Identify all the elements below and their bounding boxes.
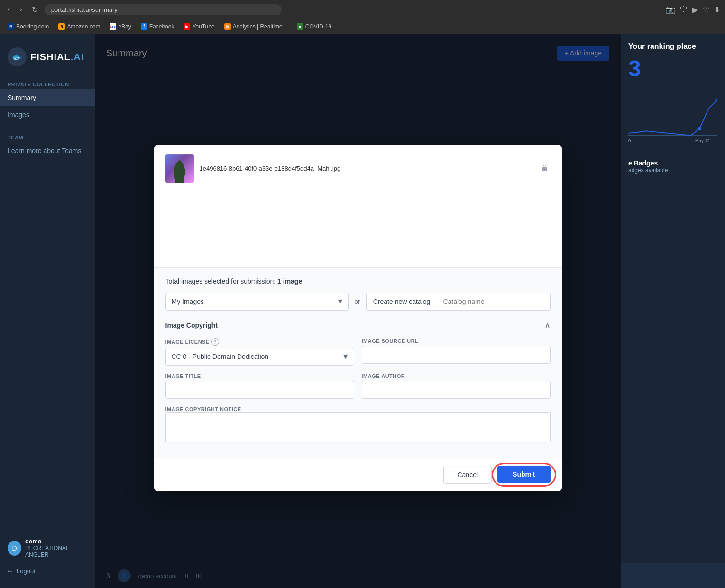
license-select[interactable]: CC 0 - Public Domain Dedication <box>165 348 354 366</box>
bookmark-amazon[interactable]: a Amazon.com <box>55 22 104 31</box>
bookmark-youtube[interactable]: ▶ YouTube <box>180 22 218 31</box>
title-author-row: IMAGE TITLE IMAGE AUTHOR <box>165 373 551 399</box>
image-license-label: IMAGE LICENSE ? <box>165 338 354 346</box>
image-source-url-label: IMAGE SOURCE URL <box>362 338 551 344</box>
catalog-name-input[interactable] <box>437 293 550 310</box>
reload-button[interactable]: ↻ <box>29 3 41 16</box>
submit-button[interactable]: Submit <box>497 466 550 483</box>
sidebar-section-private: PRIVATE COLLECTION <box>0 78 95 89</box>
image-license-help-icon[interactable]: ? <box>211 338 219 346</box>
collapse-copyright-button[interactable]: ∧ <box>544 320 551 331</box>
image-author-input[interactable] <box>362 381 551 399</box>
bookmark-covid[interactable]: ● COVID-19 <box>293 22 335 31</box>
youtube-icon: ▶ <box>184 23 190 30</box>
bookmark-booking[interactable]: B Booking.com <box>4 22 53 31</box>
booking-icon: B <box>8 23 14 30</box>
user-role: RECREATIONAL ANGLER <box>25 545 87 558</box>
ranking-section: Your ranking place 3 May 12 0 <box>628 42 717 148</box>
sidebar-item-images[interactable]: Images <box>0 106 95 123</box>
svg-text:eBay: eBay <box>110 25 116 29</box>
forward-button[interactable]: › <box>17 3 25 16</box>
catalog-dropdown[interactable]: My Images <box>165 293 349 311</box>
modal-form-section: Total images selected for submission: 1 … <box>154 268 562 458</box>
bookmark-analytics[interactable]: ▦ Analytics | Realtime... <box>220 22 291 31</box>
ranking-title: Your ranking place <box>628 42 717 52</box>
back-button[interactable]: ‹ <box>5 3 13 16</box>
sidebar-item-summary[interactable]: Summary <box>0 89 95 106</box>
bookmark-ebay-label: eBay <box>118 23 131 30</box>
ranking-chart: May 12 0 <box>628 89 717 146</box>
image-license-group: IMAGE LICENSE ? CC 0 - Public Domain Ded… <box>165 338 354 366</box>
image-title-input[interactable] <box>165 381 354 399</box>
logout-label: Logout <box>17 568 36 575</box>
sidebar-section-team: TEAM <box>0 131 95 142</box>
user-avatar: D <box>8 541 21 556</box>
catalog-create-wrapper: Create new catalog <box>366 293 551 311</box>
camera-icon: 📷 <box>666 5 675 14</box>
image-author-group: IMAGE AUTHOR <box>362 373 551 399</box>
facebook-icon: f <box>141 23 147 30</box>
browser-chrome: ‹ › ↻ portal.fishial.ai/summary 📷 🛡 ▶ ♡ … <box>0 0 725 19</box>
license-source-row: IMAGE LICENSE ? CC 0 - Public Domain Ded… <box>165 338 551 366</box>
create-catalog-button[interactable]: Create new catalog <box>367 293 438 310</box>
ebay-icon: eBay <box>110 23 116 30</box>
bookmark-covid-label: COVID-19 <box>305 23 331 30</box>
image-title-group: IMAGE TITLE <box>165 373 354 399</box>
logout-button[interactable]: ↩ Logout <box>0 564 95 580</box>
bookmark-booking-label: Booking.com <box>16 23 49 30</box>
delete-image-button[interactable]: 🗑 <box>539 162 551 175</box>
or-label: or <box>354 298 360 305</box>
sidebar-user: D demo RECREATIONAL ANGLER <box>0 532 95 564</box>
submission-info: Total images selected for submission: 1 … <box>165 277 551 285</box>
svg-text:0: 0 <box>628 138 631 143</box>
image-filename: 1e496816-8b61-40f0-a33e-e188d4f5dd4a_Mah… <box>200 165 533 172</box>
covid-icon: ● <box>297 23 303 30</box>
cancel-button[interactable]: Cancel <box>443 466 492 484</box>
url-bar[interactable]: portal.fishial.ai/summary <box>45 4 282 15</box>
bookmark-youtube-label: YouTube <box>192 23 214 30</box>
bookmark-ebay[interactable]: eBay eBay <box>106 22 135 31</box>
license-select-wrapper: CC 0 - Public Domain Dedication ▼ <box>165 348 354 366</box>
download-icon: ⬇ <box>714 5 720 14</box>
copyright-title: Image Copyright <box>165 322 218 329</box>
badges-section: e Badges adges available <box>628 159 717 174</box>
user-name: demo <box>25 538 87 545</box>
submission-text: Total images selected for submission: <box>165 277 276 285</box>
svg-text:May 12: May 12 <box>695 138 710 143</box>
image-copyright-notice-label: IMAGE COPYRIGHT NOTICE <box>165 406 551 412</box>
modal-image-section: 1e496816-8b61-40f0-a33e-e188d4f5dd4a_Mah… <box>154 145 562 268</box>
image-author-label: IMAGE AUTHOR <box>362 373 551 379</box>
analytics-icon: ▦ <box>224 23 231 30</box>
modal-image-row: 1e496816-8b61-40f0-a33e-e188d4f5dd4a_Mah… <box>165 154 551 183</box>
heart-icon: ♡ <box>703 5 709 14</box>
bookmarks-bar: B Booking.com a Amazon.com eBay eBay f F… <box>0 19 725 34</box>
right-panel: Your ranking place 3 May 12 0 e Badges a… <box>621 34 725 588</box>
logout-icon: ↩ <box>8 568 13 575</box>
catalog-row: My Images ▼ or Create new catalog <box>165 293 551 311</box>
copyright-header: Image Copyright ∧ <box>165 320 551 331</box>
submit-button-wrapper: Submit <box>497 466 550 484</box>
sidebar-item-teams[interactable]: Learn more about Teams <box>0 142 95 159</box>
copyright-notice-group: IMAGE COPYRIGHT NOTICE <box>165 406 551 444</box>
sidebar: 🐟 FISHIAL.AI PRIVATE COLLECTION Summary … <box>0 34 95 588</box>
catalog-dropdown-wrapper: My Images ▼ <box>165 293 349 311</box>
badges-title: e Badges <box>628 159 717 167</box>
shield-icon: 🛡 <box>680 5 688 14</box>
app-layout: 🐟 FISHIAL.AI PRIVATE COLLECTION Summary … <box>0 34 725 588</box>
logo-text: FISHIAL.AI <box>30 52 84 63</box>
badges-subtitle: adges available <box>628 167 717 174</box>
play-icon: ▶ <box>692 5 698 14</box>
ranking-number: 3 <box>628 55 717 82</box>
bookmark-facebook[interactable]: f Facebook <box>137 22 178 31</box>
image-source-url-group: IMAGE SOURCE URL <box>362 338 551 366</box>
browser-toolbar-icons: 📷 🛡 ▶ ♡ ⬇ <box>666 5 720 14</box>
bookmark-analytics-label: Analytics | Realtime... <box>233 23 287 30</box>
submission-count: 1 image <box>277 277 302 285</box>
modal-dialog: 1e496816-8b61-40f0-a33e-e188d4f5dd4a_Mah… <box>154 145 562 491</box>
bookmark-amazon-label: Amazon.com <box>67 23 100 30</box>
image-thumbnail <box>165 154 194 183</box>
image-source-url-input[interactable] <box>362 346 551 364</box>
image-title-label: IMAGE TITLE <box>165 373 354 379</box>
main-content: Summary + Add image 1e496816-8b61-40f0-a… <box>95 34 621 588</box>
image-copyright-notice-input[interactable] <box>165 412 551 442</box>
